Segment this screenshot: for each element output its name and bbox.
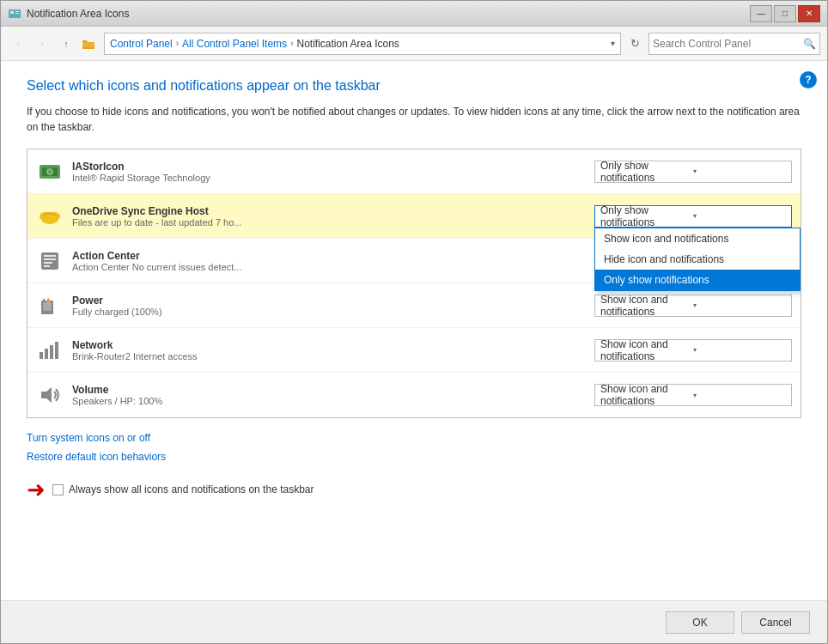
back-button[interactable]: ‹	[8, 33, 28, 54]
volume-desc: Speakers / HP: 100%	[72, 396, 594, 406]
onedrive-desc: Files are up to date - last updated 7 ho…	[72, 217, 594, 228]
help-button[interactable]: ?	[800, 71, 817, 88]
svg-rect-19	[43, 302, 52, 311]
network-desc: Brink-Router2 Internet access	[72, 351, 594, 361]
page-title: Select which icons and notifications app…	[27, 78, 801, 94]
power-name: Power	[72, 295, 594, 307]
main-window: Notification Area Icons — □ ✕ ‹ › ↑ Cont…	[0, 0, 828, 644]
action-center-info: Action Center Action Center No current i…	[72, 250, 594, 272]
list-item-network: Network Brink-Router2 Internet access Sh…	[27, 328, 801, 373]
cancel-button[interactable]: Cancel	[741, 611, 810, 634]
always-show-checkbox[interactable]	[52, 484, 64, 495]
svg-point-7	[48, 170, 52, 173]
checkbox-red-arrow: ➜	[27, 478, 46, 501]
breadcrumb-all-items[interactable]: All Control Panel Items	[182, 38, 287, 50]
power-dropdown[interactable]: Show icon and notifications ▾	[594, 295, 792, 317]
svg-rect-2	[15, 11, 19, 12]
network-dropdown[interactable]: Show icon and notifications ▾	[594, 339, 792, 361]
power-info: Power Fully charged (100%)	[72, 295, 594, 317]
onedrive-dropdown[interactable]: Only show notifications ▾	[594, 205, 792, 228]
close-button[interactable]: ✕	[798, 5, 820, 22]
iastoricon-icon	[36, 158, 64, 185]
title-controls: — □ ✕	[750, 5, 820, 22]
svg-rect-18	[43, 299, 45, 302]
iastoricon-control: Only show notifications ▾	[594, 161, 792, 183]
iastoricon-dropdown-arrow: ▾	[693, 167, 786, 175]
content-area: ? Select which icons and notifications a…	[1, 61, 827, 600]
page-description: If you choose to hide icons and notifica…	[27, 104, 801, 135]
search-icon[interactable]: 🔍	[803, 38, 816, 50]
nav-bar: ‹ › ↑ Control Panel › All Control Panel …	[1, 27, 827, 61]
breadcrumb-control-panel[interactable]: Control Panel	[110, 38, 173, 50]
svg-rect-23	[50, 345, 53, 359]
power-icon	[36, 292, 64, 319]
onedrive-option-only[interactable]: Only show notifications	[595, 270, 800, 290]
system-icons-link[interactable]: Turn system icons on or off	[27, 432, 150, 444]
volume-dropdown-arrow: ▾	[693, 392, 786, 399]
search-input[interactable]	[653, 38, 803, 50]
action-center-name: Action Center	[72, 250, 594, 262]
maximize-button[interactable]: □	[774, 5, 796, 22]
svg-rect-13	[44, 255, 56, 257]
svg-rect-21	[40, 352, 43, 359]
link-row-restore: Restore default icon behaviors	[27, 451, 801, 463]
power-dropdown-arrow: ▾	[693, 301, 786, 309]
svg-rect-15	[44, 262, 52, 264]
network-control: Show icon and notifications ▾	[594, 339, 792, 361]
breadcrumb-current: Notification Area Icons	[296, 38, 399, 50]
iastoricon-dropdown[interactable]: Only show notifications ▾	[594, 161, 792, 183]
onedrive-dropdown-value: Only show notifications	[600, 204, 693, 228]
forward-button[interactable]: ›	[32, 33, 52, 54]
list-item-iastoricon: IAStorIcon Intel® Rapid Storage Technolo…	[27, 149, 801, 194]
volume-name: Volume	[72, 384, 594, 396]
action-center-icon	[36, 247, 64, 275]
breadcrumb-bar: Control Panel › All Control Panel Items …	[104, 33, 621, 55]
title-bar-left: Notification Area Icons	[8, 7, 129, 21]
search-box: 🔍	[648, 33, 820, 55]
iastoricon-dropdown-value: Only show notifications	[600, 160, 693, 184]
breadcrumb-dropdown-arrow[interactable]: ▾	[611, 39, 615, 48]
ok-button[interactable]: OK	[666, 611, 734, 634]
restore-link[interactable]: Restore default icon behaviors	[27, 451, 166, 463]
network-dropdown-value: Show icon and notifications	[600, 338, 693, 362]
network-name: Network	[72, 339, 594, 351]
onedrive-icon	[36, 203, 64, 230]
window-title-icon	[8, 7, 21, 21]
breadcrumb-sep-2: ›	[290, 39, 293, 48]
network-dropdown-arrow: ▾	[693, 346, 786, 354]
up-button[interactable]: ↑	[56, 33, 76, 54]
onedrive-name: OneDrive Sync Engine Host	[72, 205, 594, 217]
svg-rect-22	[45, 349, 48, 359]
volume-control: Show icon and notifications ▾	[594, 384, 792, 406]
list-scroll[interactable]: IAStorIcon Intel® Rapid Storage Technolo…	[27, 149, 801, 417]
volume-info: Volume Speakers / HP: 100%	[72, 384, 594, 406]
onedrive-dropdown-menu: Show icon and notifications Hide icon an…	[594, 228, 801, 291]
refresh-button[interactable]: ↻	[624, 33, 645, 55]
footer: OK Cancel	[1, 600, 827, 643]
iastoricon-desc: Intel® Rapid Storage Technology	[72, 173, 594, 183]
svg-rect-8	[46, 177, 53, 179]
volume-dropdown[interactable]: Show icon and notifications ▾	[594, 384, 792, 406]
onedrive-option-show[interactable]: Show icon and notifications	[595, 228, 800, 249]
svg-marker-20	[46, 297, 51, 302]
network-info: Network Brink-Router2 Internet access	[72, 339, 594, 361]
svg-marker-25	[41, 387, 52, 403]
minimize-button[interactable]: —	[750, 5, 772, 22]
list-container: IAStorIcon Intel® Rapid Storage Technolo…	[27, 149, 801, 418]
svg-rect-14	[44, 258, 56, 260]
onedrive-option-hide[interactable]: Hide icon and notifications	[595, 249, 800, 270]
volume-dropdown-value: Show icon and notifications	[600, 383, 693, 407]
checkbox-wrapper: ➜ Always show all icons and notification…	[27, 478, 314, 501]
onedrive-info: OneDrive Sync Engine Host Files are up t…	[72, 205, 594, 228]
volume-icon	[36, 381, 64, 409]
svg-rect-24	[55, 342, 58, 359]
iastoricon-name: IAStorIcon	[72, 161, 594, 173]
power-control: Show icon and notifications ▾	[594, 295, 792, 317]
svg-rect-16	[44, 265, 50, 267]
svg-rect-3	[15, 13, 19, 14]
window-title: Notification Area Icons	[27, 8, 129, 20]
link-row-system-icons: Turn system icons on or off	[27, 432, 801, 444]
onedrive-control: Only show notifications ▾ Show icon and …	[594, 205, 792, 228]
breadcrumb-sep-1: ›	[176, 39, 179, 48]
onedrive-dropdown-arrow: ▾	[693, 212, 786, 220]
